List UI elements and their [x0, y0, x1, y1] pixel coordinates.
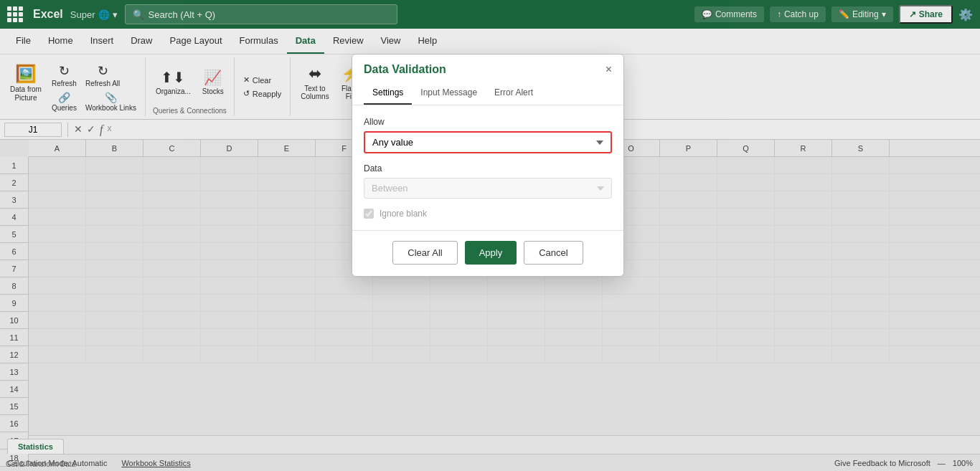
- allow-group: Allow Any value Whole number Decimal Lis…: [364, 117, 612, 153]
- dialog-close-button[interactable]: ×: [606, 64, 612, 75]
- ignore-blank-row: Ignore blank: [364, 209, 612, 219]
- dialog-tabs: Settings Input Message Error Alert: [352, 82, 623, 105]
- ignore-blank-checkbox[interactable]: [364, 209, 374, 219]
- allow-label: Allow: [364, 117, 612, 127]
- ignore-blank-label: Ignore blank: [380, 209, 427, 219]
- dialog-body: Allow Any value Whole number Decimal Lis…: [352, 105, 623, 230]
- data-validation-dialog: Data Validation × Settings Input Message…: [352, 54, 624, 277]
- clear-all-button[interactable]: Clear All: [392, 241, 457, 265]
- dialog-title: Data Validation: [364, 63, 446, 76]
- data-group: Data Between: [364, 163, 612, 199]
- dialog-header: Data Validation ×: [352, 54, 623, 76]
- dialog-tab-error-alert[interactable]: Error Alert: [486, 82, 542, 105]
- dialog-tab-settings[interactable]: Settings: [364, 82, 412, 105]
- dialog-footer: Clear All Apply Cancel: [352, 230, 623, 276]
- dialog-tab-input-message[interactable]: Input Message: [412, 82, 486, 105]
- cancel-button[interactable]: Cancel: [524, 241, 583, 265]
- data-label: Data: [364, 163, 612, 173]
- apply-button[interactable]: Apply: [465, 241, 517, 265]
- data-select[interactable]: Between: [364, 178, 612, 199]
- allow-select[interactable]: Any value Whole number Decimal List Date…: [364, 131, 612, 153]
